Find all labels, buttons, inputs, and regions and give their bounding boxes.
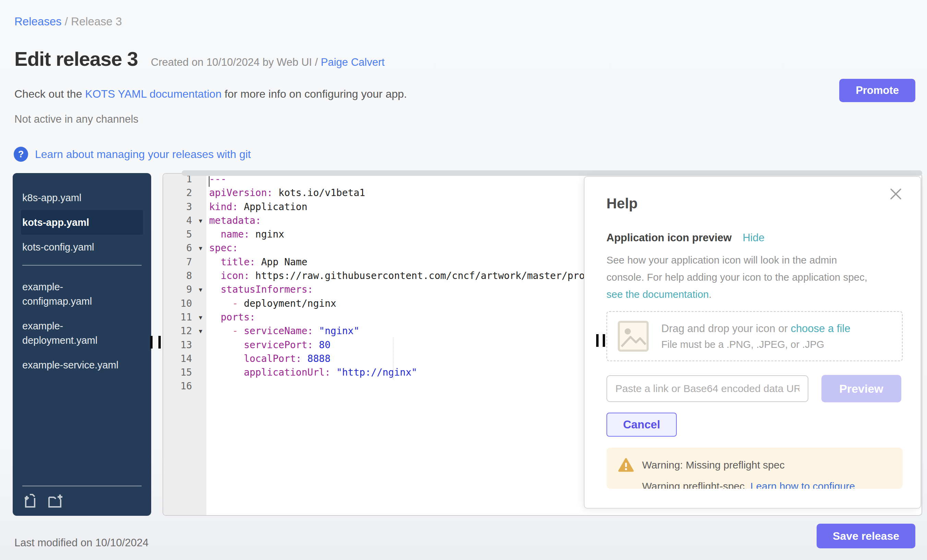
icon-preview-section-title: Application icon preview <box>606 232 732 244</box>
cancel-button[interactable]: Cancel <box>606 413 677 437</box>
warning-detail: Warning preflight-spec. Learn how to con… <box>642 481 903 489</box>
save-release-button[interactable]: Save release <box>817 524 915 548</box>
icon-url-input[interactable] <box>606 375 808 402</box>
git-help-link[interactable]: Learn about managing your releases with … <box>35 148 251 161</box>
text-cursor <box>209 176 210 187</box>
icon-preview-description: See how your application icon will look … <box>606 252 901 303</box>
hide-link[interactable]: Hide <box>743 232 764 244</box>
file-tree-item[interactable]: example-configmap.yaml <box>21 275 143 314</box>
preflight-warning-box: Warning: Missing preflight spec Warning … <box>606 448 903 489</box>
fold-spacer <box>192 186 209 200</box>
fold-arrow-icon[interactable]: ▾ <box>192 214 209 228</box>
sidebar-bottom-divider <box>22 486 141 486</box>
last-modified-label: Last modified on 10/10/2024 <box>14 537 149 549</box>
file-tree-item[interactable]: k8s-app.yaml <box>21 185 143 210</box>
title-row: Edit release 3 Created on 10/10/2024 by … <box>14 47 384 70</box>
file-group-divider <box>22 265 141 266</box>
breadcrumb-separator: / <box>62 15 71 28</box>
file-list: k8s-app.yamlkots-app.yamlkots-config.yam… <box>13 173 151 377</box>
kots-yaml-docs-link[interactable]: KOTS YAML documentation <box>85 88 222 100</box>
add-file-icon[interactable] <box>22 492 39 509</box>
fold-spacer <box>192 338 209 352</box>
promote-button[interactable]: Promote <box>839 79 915 102</box>
icon-dropzone[interactable]: Drag and drop your icon or choose a file… <box>606 311 903 361</box>
help-panel: Help Application icon preview Hide See h… <box>584 176 921 508</box>
fold-spacer <box>192 269 209 283</box>
learn-how-to-configure-link[interactable]: Learn how to configure <box>751 481 855 489</box>
file-tree-item[interactable]: example-service.yaml <box>21 353 143 377</box>
question-mark-icon: ? <box>14 147 28 162</box>
help-resize-handle-left-bar[interactable] <box>596 334 599 347</box>
fold-arrow-icon[interactable]: ▾ <box>192 283 209 296</box>
channel-status: Not active in any channels <box>14 113 138 126</box>
file-tree-item[interactable]: example-deployment.yaml <box>21 314 143 353</box>
horizontal-scrollbar[interactable] <box>182 170 922 176</box>
fold-spacer <box>192 255 209 269</box>
fold-arrow-icon[interactable]: ▾ <box>192 324 209 338</box>
git-help-row[interactable]: ? Learn about managing your releases wit… <box>14 147 251 162</box>
preview-button[interactable]: Preview <box>821 375 901 402</box>
choose-a-file-link[interactable]: choose a file <box>790 322 850 334</box>
close-icon[interactable] <box>888 187 903 202</box>
warning-triangle-icon <box>618 458 634 472</box>
fold-arrow-icon[interactable]: ▾ <box>192 241 209 255</box>
docs-line: Check out the KOTS YAML documentation fo… <box>14 88 407 100</box>
breadcrumb-current: Release 3 <box>71 15 122 28</box>
add-folder-icon[interactable] <box>48 492 64 509</box>
breadcrumb: Releases / Release 3 <box>14 15 122 28</box>
indent-guide <box>393 338 394 379</box>
fold-spacer <box>192 352 209 366</box>
sidebar-resize-handle-left-bar[interactable] <box>150 336 153 349</box>
created-info: Created on 10/10/2024 by Web UI / Paige … <box>151 56 384 68</box>
sidebar-resize-handle-right-bar[interactable] <box>158 336 161 349</box>
help-title: Help <box>606 195 901 212</box>
file-tree-item[interactable]: kots-app.yaml <box>21 210 143 235</box>
file-tree-sidebar: k8s-app.yamlkots-app.yamlkots-config.yam… <box>13 173 151 516</box>
fold-arrow-icon[interactable]: ▾ <box>192 311 209 324</box>
fold-spacer <box>192 379 209 393</box>
dropzone-instruction: Drag and drop your icon or choose a file <box>661 322 850 335</box>
page-title: Edit release 3 <box>14 47 138 70</box>
file-tree-item[interactable]: kots-config.yaml <box>21 235 143 260</box>
breadcrumb-releases-link[interactable]: Releases <box>14 15 62 28</box>
sidebar-bottom-bar <box>13 486 151 516</box>
warning-title: Warning: Missing preflight spec <box>642 459 785 471</box>
see-documentation-link[interactable]: see the documentation <box>606 288 709 300</box>
fold-spacer <box>192 200 209 214</box>
dropzone-file-rule: File must be a .PNG, .JPEG, or .JPG <box>661 339 850 350</box>
fold-spacer <box>192 228 209 241</box>
image-placeholder-icon <box>617 320 649 352</box>
author-link[interactable]: Paige Calvert <box>321 56 384 68</box>
fold-spacer <box>192 366 209 379</box>
fold-spacer <box>192 297 209 311</box>
help-resize-handle-right-bar[interactable] <box>603 334 605 347</box>
